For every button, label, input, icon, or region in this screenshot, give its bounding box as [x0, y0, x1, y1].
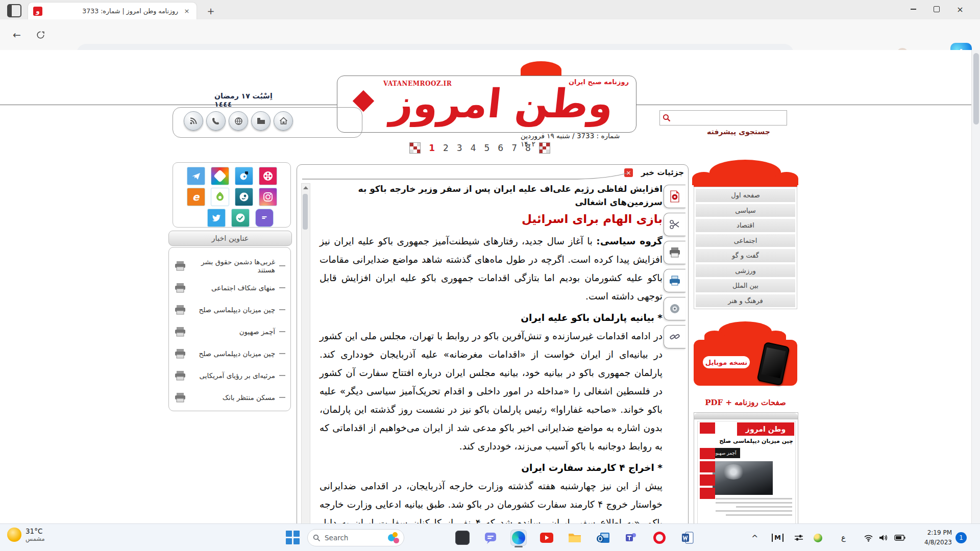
headline-item[interactable]: بازی الهام برای اسرائیل — [174, 408, 285, 411]
archive-folder-icon[interactable] — [251, 111, 271, 131]
page-number-8[interactable]: 8 — [525, 143, 531, 153]
headline-item[interactable]: آچمز صهیون — [174, 320, 285, 342]
refresh-button[interactable] — [32, 26, 49, 43]
article-scroll-thumb[interactable] — [303, 194, 308, 230]
rss-icon[interactable] — [184, 111, 203, 131]
headline-item[interactable]: منهای شکاف اجتماعی — [174, 277, 285, 298]
article-title[interactable]: بازی الهام برای اسرائیل — [320, 209, 663, 229]
scroll-up-icon[interactable] — [302, 185, 309, 190]
mobile-version-box[interactable]: نسخه موبایل — [694, 340, 797, 386]
headline-text[interactable]: مسکن منتظر بانک — [190, 393, 275, 402]
clip-button[interactable] — [664, 213, 685, 236]
tray-ime-icon[interactable]: M — [772, 534, 783, 542]
youtube-app-icon[interactable] — [539, 530, 554, 545]
print-icon[interactable] — [174, 348, 186, 359]
headline-item[interactable]: چین میزبان دیپلماسی صلح — [174, 298, 285, 320]
sitemap-globe-icon[interactable] — [229, 111, 248, 131]
headline-text[interactable]: چین میزبان دیپلماسی صلح — [190, 306, 275, 314]
browser-tab[interactable]: و روزنامه وطن امروز | شماره: 3733 × — [28, 3, 197, 19]
close-button[interactable]: × — [948, 0, 972, 18]
page-number-4[interactable]: 4 — [471, 143, 476, 153]
headline-item[interactable]: چین میزبان دیپلماسی صلح — [174, 342, 285, 364]
advanced-search-link[interactable]: جستجوی پیشرفته — [707, 128, 788, 136]
outlook-app-icon[interactable] — [596, 530, 611, 545]
last-pages-icon[interactable] — [539, 142, 550, 154]
first-pages-icon[interactable] — [409, 142, 421, 154]
newspaper-preview[interactable]: وطن امروز چین میزبان دیپلماسی صلح آچمز ص… — [697, 421, 796, 523]
headline-text[interactable]: آچمز صهیون — [190, 328, 275, 336]
soroush-plus-icon[interactable] — [235, 167, 253, 185]
print-icon[interactable] — [174, 370, 186, 381]
contact-phone-icon[interactable] — [206, 111, 226, 131]
newspaper-pdf-link[interactable]: صفحات روزنامه + PDF — [694, 398, 797, 407]
print-icon[interactable] — [174, 261, 186, 271]
new-tab-button[interactable]: + — [204, 4, 217, 17]
print-icon[interactable] — [174, 283, 186, 293]
battery-icon[interactable] — [894, 524, 905, 551]
page-number-5[interactable]: 5 — [484, 143, 490, 153]
permalink-button[interactable] — [664, 325, 685, 348]
logo-box[interactable]: VATANEMROOZ.IR روزنامه صبح ایران وطن امر… — [337, 76, 636, 133]
weather-widget[interactable]: 31°C مشمس — [7, 527, 45, 542]
soroush-icon[interactable] — [235, 188, 253, 206]
menu-item-politics[interactable]: سیاسی — [695, 204, 796, 218]
tray-language-indicator[interactable]: ع — [841, 524, 846, 551]
tray-antivirus-icon[interactable] — [814, 524, 822, 551]
menu-item-social[interactable]: اجتماعی — [695, 234, 796, 248]
maximize-button[interactable] — [925, 0, 948, 18]
site-search-input[interactable] — [673, 112, 787, 124]
start-button[interactable] — [286, 531, 300, 545]
print-icon[interactable] — [174, 305, 186, 315]
gap-icon[interactable] — [255, 209, 274, 227]
page-number-7[interactable]: 7 — [511, 143, 517, 153]
instagram-icon[interactable] — [259, 188, 277, 206]
page-number-2[interactable]: 2 — [443, 143, 449, 153]
menu-item-front-page[interactable]: صفحه اول — [695, 188, 796, 203]
front-page-thumbnail[interactable]: وطن امروز چین میزبان دیپلماسی صلح آچمز ص… — [694, 412, 798, 523]
article-scrollbar[interactable] — [301, 183, 310, 523]
print-article-button[interactable] — [664, 241, 685, 264]
site-search-icon[interactable] — [660, 114, 673, 122]
taskbar-clock[interactable]: 2:19 PM 4/8/2023 — [916, 528, 952, 547]
headline-text[interactable]: چین میزبان دیپلماسی صلح — [190, 349, 275, 358]
tray-quick-settings-icon[interactable] — [794, 524, 803, 551]
mobile-version-label[interactable]: نسخه موبایل — [703, 356, 750, 368]
tab-actions-icon[interactable] — [7, 4, 21, 17]
headline-text[interactable]: مرثیه‌ای بر رؤیای آمریکایی — [190, 371, 275, 380]
volume-icon[interactable] — [878, 524, 888, 551]
headline-text[interactable]: غربی‌ها دشمن حقوق بشر هستند — [190, 258, 275, 274]
teams-app-icon[interactable] — [624, 530, 639, 545]
home-icon[interactable] — [274, 111, 293, 131]
edge-app-icon[interactable] — [511, 530, 526, 545]
menu-item-interview[interactable]: گفت و گو — [695, 248, 796, 263]
back-button[interactable]: ← — [8, 26, 26, 43]
file-explorer-icon[interactable] — [567, 530, 582, 545]
menu-item-culture-art[interactable]: فرهنگ و هنر — [695, 294, 796, 308]
bale-icon[interactable] — [231, 209, 250, 227]
eitaa-icon[interactable]: e — [187, 188, 205, 206]
menu-item-economy[interactable]: اقتصاد — [695, 218, 796, 233]
word-app-icon[interactable] — [680, 530, 695, 545]
opera-app-icon[interactable] — [652, 530, 667, 545]
menu-item-international[interactable]: بین الملل — [695, 279, 796, 293]
menu-item-sports[interactable]: ورزشی — [695, 264, 796, 278]
page-scroll-thumb[interactable] — [973, 53, 979, 124]
audio-button[interactable] — [664, 297, 685, 320]
aparat-icon[interactable] — [259, 167, 277, 185]
print-icon[interactable] — [174, 327, 186, 337]
notification-badge[interactable]: 1 — [955, 532, 967, 543]
page-number-6[interactable]: 6 — [498, 143, 503, 153]
rubika-icon[interactable] — [211, 167, 229, 185]
page-number-3[interactable]: 3 — [457, 143, 462, 153]
terminal-app-icon[interactable] — [455, 530, 470, 545]
twitter-icon[interactable] — [207, 209, 226, 227]
page-number-1[interactable]: 1 — [429, 143, 435, 153]
telegram-icon[interactable] — [187, 167, 205, 185]
headline-text[interactable]: منهای شکاف اجتماعی — [190, 284, 275, 292]
wifi-icon[interactable] — [864, 524, 873, 551]
minimize-button[interactable] — [901, 0, 925, 18]
chat-app-icon[interactable] — [483, 530, 498, 545]
print-icon[interactable] — [174, 392, 186, 403]
headline-item[interactable]: مرثیه‌ای بر رؤیای آمریکایی — [174, 364, 285, 386]
copy-page-button[interactable] — [664, 269, 685, 292]
